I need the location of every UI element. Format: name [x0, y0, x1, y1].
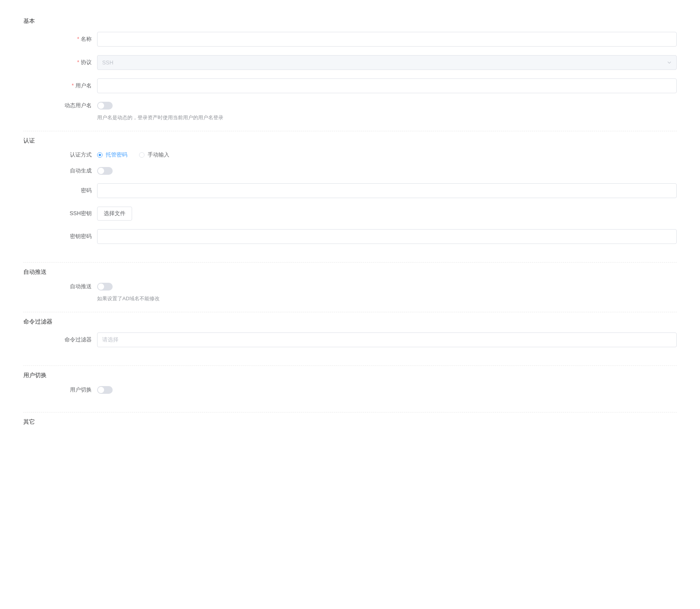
radio-managed-label: 托管密码 [106, 151, 127, 158]
row-command-filter: 命令过滤器 请选择 [23, 332, 677, 347]
auto-push-switch[interactable] [97, 283, 113, 291]
dynamic-username-switch[interactable] [97, 102, 113, 110]
row-name: 名称 [23, 32, 677, 47]
label-user-switch: 用户切换 [50, 386, 97, 393]
label-ssh-key: SSH密钥 [50, 210, 97, 217]
command-filter-select[interactable]: 请选择 [97, 332, 677, 347]
section-user-switch: 用户切换 用户切换 [23, 365, 677, 408]
section-title-other: 其它 [23, 418, 677, 426]
user-switch-switch[interactable] [97, 386, 113, 394]
help-auto-push: 如果设置了AD域名不能修改 [23, 295, 677, 302]
row-password: 密码 [23, 183, 677, 198]
section-auto-push: 自动推送 自动推送 如果设置了AD域名不能修改 [23, 262, 677, 308]
row-protocol: 协议 SSH [23, 55, 677, 70]
username-input[interactable] [97, 78, 677, 93]
radio-managed[interactable]: 托管密码 [97, 151, 127, 158]
radio-manual-label: 手动输入 [148, 151, 169, 158]
command-filter-placeholder: 请选择 [102, 336, 118, 343]
section-title-user-switch: 用户切换 [23, 372, 677, 379]
radio-circle-icon [139, 152, 145, 158]
label-dynamic-username: 动态用户名 [50, 102, 97, 109]
label-auto-push: 自动推送 [50, 283, 97, 290]
radio-circle-icon [97, 152, 103, 158]
section-auth: 认证 认证方式 托管密码 手动输入 自动生成 密码 [23, 131, 677, 258]
section-title-auth: 认证 [23, 137, 677, 144]
label-command-filter: 命令过滤器 [50, 336, 97, 343]
label-password: 密码 [50, 187, 97, 194]
name-input[interactable] [97, 32, 677, 47]
key-password-input[interactable] [97, 229, 677, 244]
section-command-filter: 命令过滤器 命令过滤器 请选择 [23, 312, 677, 362]
label-protocol: 协议 [50, 59, 97, 66]
section-title-auto-push: 自动推送 [23, 268, 677, 276]
radio-manual[interactable]: 手动输入 [139, 151, 169, 158]
ssh-key-file-button[interactable]: 选择文件 [97, 207, 132, 221]
row-key-password: 密钥密码 [23, 229, 677, 244]
label-name: 名称 [50, 36, 97, 43]
chevron-down-icon [667, 60, 672, 65]
section-title-command-filter: 命令过滤器 [23, 318, 677, 325]
protocol-select[interactable]: SSH [97, 55, 677, 70]
section-other: 其它 [23, 412, 677, 438]
row-auto-push: 自动推送 [23, 283, 677, 291]
label-key-password: 密钥密码 [50, 233, 97, 240]
row-dynamic-username: 动态用户名 [23, 102, 677, 110]
row-username: 用户名 [23, 78, 677, 93]
auto-generate-switch[interactable] [97, 167, 113, 175]
row-user-switch: 用户切换 [23, 386, 677, 394]
row-auth-method: 认证方式 托管密码 手动输入 [23, 151, 677, 158]
password-input[interactable] [97, 183, 677, 198]
row-ssh-key: SSH密钥 选择文件 [23, 207, 677, 221]
help-dynamic-username: 用户名是动态的，登录资产时使用当前用户的用户名登录 [23, 114, 677, 121]
row-auto-generate: 自动生成 [23, 167, 677, 175]
section-basic: 基本 名称 协议 SSH 用户名 动态用户名 [23, 12, 677, 127]
auth-method-radio-group: 托管密码 手动输入 [97, 151, 677, 158]
section-title-basic: 基本 [23, 17, 677, 25]
label-auth-method: 认证方式 [50, 151, 97, 158]
label-username: 用户名 [50, 82, 97, 89]
protocol-value: SSH [102, 59, 113, 66]
label-auto-generate: 自动生成 [50, 167, 97, 174]
